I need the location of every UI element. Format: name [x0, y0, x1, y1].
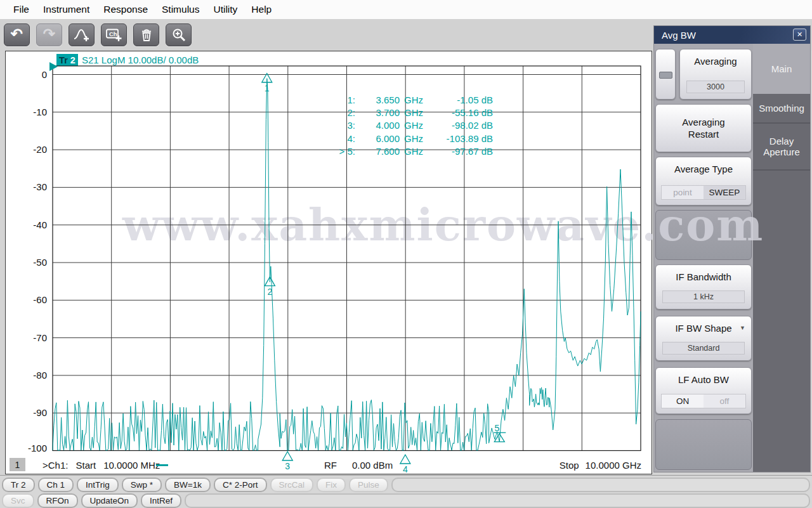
y-axis-label: -40 [19, 219, 47, 230]
status-button[interactable]: IntRef [141, 493, 181, 508]
if-bandwidth-value: 1 kHz [662, 290, 745, 303]
trace-badge-prefix: Tr [59, 55, 68, 65]
trash-icon [139, 27, 154, 42]
lf-auto-bw-toggle[interactable]: ON off [661, 394, 746, 408]
menu-file[interactable]: File [6, 1, 36, 18]
status-button: SrcCal [270, 478, 314, 492]
y-axis-label: -50 [19, 257, 47, 268]
average-type-button[interactable]: Average Type point SWEEP [655, 157, 752, 205]
menu-utility[interactable]: Utility [206, 1, 244, 18]
stimulus-stop-readout: Stop 10.0000 GHz [534, 460, 641, 471]
panel-close-button[interactable]: ✕ [793, 29, 806, 41]
y-axis-label: -80 [19, 370, 47, 381]
lf-auto-bw-on-option[interactable]: ON [662, 394, 704, 408]
status-row-2: SvcRFOnUpdateOnIntRef [2, 493, 810, 508]
y-axis-label: -10 [19, 107, 47, 117]
y-axis-label: -30 [19, 181, 47, 192]
averaging-button[interactable]: Averaging 3000 [679, 49, 752, 100]
menu-instrument[interactable]: Instrument [36, 1, 96, 18]
redo-button: ↷ [36, 23, 62, 46]
undo-icon: ↶ [11, 27, 23, 41]
led-indicator-icon [659, 72, 672, 79]
trace-badge[interactable]: Tr 2 [56, 54, 78, 66]
status-message-field [185, 493, 810, 508]
status-button[interactable]: UpdateOn [81, 493, 138, 508]
status-button[interactable]: Ch 1 [38, 478, 74, 492]
average-type-label: Average Type [656, 157, 751, 176]
zoom-in-icon [171, 27, 187, 42]
start-value: 10.0000 MHz [103, 460, 160, 471]
add-trace-icon [73, 27, 91, 42]
y-axis-label: -60 [19, 294, 47, 305]
blank-button [655, 419, 752, 470]
blank-button [655, 210, 752, 260]
stop-value: 10.0000 GHz [586, 460, 641, 471]
status-message-field [391, 478, 810, 492]
add-trace-button[interactable] [69, 23, 95, 46]
window-number-badge: 1 [10, 458, 25, 471]
panel-button-column: Averaging 3000 Averaging Restart Average… [655, 49, 752, 470]
status-button: Svc [2, 493, 34, 508]
add-channel-button[interactable]: Ch [101, 23, 127, 46]
start-label: Start [75, 460, 96, 471]
menu-response[interactable]: Response [96, 1, 155, 18]
tab-main-label: Main [771, 63, 792, 74]
channel-label: >Ch1: [43, 460, 68, 471]
delete-button[interactable] [133, 23, 159, 46]
panel-tab-column: Main Smoothing Delay Aperture [753, 44, 810, 472]
rf-label: RF [324, 460, 337, 471]
averaging-restart-button[interactable]: Averaging Restart [655, 104, 752, 152]
status-bar: Tr 2Ch 1IntTrigSwp *BW=1kC* 2-PortSrcCal… [0, 475, 812, 508]
status-button[interactable]: BW=1k [165, 478, 211, 492]
y-axis-label: 0 [19, 69, 47, 80]
redo-icon: ↷ [43, 27, 55, 41]
svg-text:Ch: Ch [109, 30, 117, 37]
if-bw-shape-label: IF BW Shape [656, 316, 751, 335]
stop-label: Stop [560, 460, 579, 471]
menu-bar: File Instrument Response Stimulus Utilit… [0, 0, 812, 19]
trace-color-indicator [156, 464, 168, 466]
close-icon: ✕ [797, 30, 802, 39]
plot-window: Tr 2 S21 LogM 10.00dB/ 0.00dB 1 >Ch1: St… [5, 51, 652, 474]
y-axis-label: -100 [19, 443, 47, 453]
if-bw-shape-value: Standard [662, 342, 745, 355]
rf-power-readout: RF 0.00 dBm [324, 460, 393, 471]
tab-smoothing[interactable]: Smoothing [753, 94, 810, 124]
lf-auto-bw-off-option[interactable]: off [704, 394, 745, 408]
add-channel-icon: Ch [105, 27, 123, 42]
rf-value: 0.00 dBm [352, 460, 393, 471]
average-type-point-option[interactable]: point [662, 186, 704, 199]
lf-auto-bw-button[interactable]: LF Auto BW ON off [655, 367, 752, 414]
undo-button[interactable]: ↶ [4, 23, 30, 46]
tab-delay-aperture-label: Delay Aperture [757, 136, 806, 157]
avg-bw-panel: Avg BW ✕ Main Smoothing Delay Aperture A… [653, 25, 811, 472]
averaging-restart-label: Averaging Restart [682, 116, 724, 141]
tab-delay-aperture[interactable]: Delay Aperture [753, 124, 810, 171]
status-row-1: Tr 2Ch 1IntTrigSwp *BW=1kC* 2-PortSrcCal… [2, 478, 810, 492]
averaging-value: 3000 [686, 81, 745, 93]
if-bw-shape-button[interactable]: IF BW Shape ▼ Standard [655, 316, 752, 361]
average-type-toggle[interactable]: point SWEEP [661, 185, 746, 200]
y-axis-label: -20 [19, 144, 47, 155]
y-axis-label: -90 [19, 407, 47, 418]
trace-title: S21 LogM 10.00dB/ 0.00dB [82, 55, 199, 65]
tab-main[interactable]: Main [753, 44, 810, 94]
tab-smoothing-label: Smoothing [759, 103, 804, 114]
zoom-button[interactable] [166, 23, 192, 46]
averaging-onoff-button[interactable] [655, 49, 676, 100]
status-button[interactable]: RFOn [37, 493, 78, 508]
status-button[interactable]: Swp * [122, 478, 162, 492]
status-button: Fix [317, 478, 346, 492]
panel-title-text: Avg BW [662, 30, 696, 41]
if-bandwidth-button[interactable]: IF Bandwidth 1 kHz [655, 264, 752, 309]
status-button[interactable]: Tr 2 [2, 478, 35, 492]
menu-help[interactable]: Help [244, 1, 278, 18]
menu-stimulus[interactable]: Stimulus [155, 1, 206, 18]
lf-auto-bw-label: LF Auto BW [656, 368, 751, 386]
if-bandwidth-label: IF Bandwidth [656, 265, 751, 283]
dropdown-arrow-icon: ▼ [740, 325, 745, 331]
average-type-sweep-option[interactable]: SWEEP [704, 186, 745, 199]
status-button[interactable]: IntTrig [77, 478, 119, 492]
status-button[interactable]: C* 2-Port [214, 478, 267, 492]
stimulus-start-readout: >Ch1: Start 10.0000 MHz [43, 460, 160, 471]
